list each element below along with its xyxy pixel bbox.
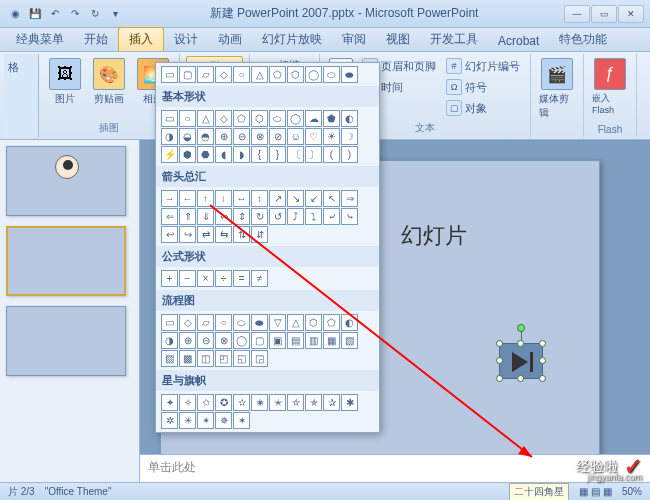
shape-option[interactable]: ⤴ [287, 208, 304, 225]
shape-option[interactable]: ✪ [215, 394, 232, 411]
shape-option[interactable]: ⬬ [341, 66, 358, 83]
shape-option[interactable]: ☽ [341, 128, 358, 145]
resize-handle-e[interactable] [539, 357, 546, 364]
shape-option[interactable]: → [161, 190, 178, 207]
shape-option[interactable]: ◓ [197, 128, 214, 145]
shape-option[interactable]: ◲ [251, 350, 268, 367]
shape-option[interactable]: ⇄ [197, 226, 214, 243]
shape-option[interactable]: ◇ [215, 66, 232, 83]
shape-option[interactable]: ▥ [305, 332, 322, 349]
shape-option[interactable]: − [179, 270, 196, 287]
shape-option[interactable]: △ [197, 110, 214, 127]
shape-option[interactable]: ↑ [197, 190, 214, 207]
shape-option[interactable]: ⬡ [251, 110, 268, 127]
office-button[interactable]: ◉ [6, 5, 24, 23]
thumb-slide-2[interactable] [6, 226, 126, 296]
shape-option[interactable]: ⇔ [215, 208, 232, 225]
shape-option[interactable]: ↪ [179, 226, 196, 243]
shape-option[interactable]: ⇐ [161, 208, 178, 225]
shape-option[interactable]: ⬭ [323, 66, 340, 83]
shape-option[interactable]: ♡ [305, 128, 322, 145]
redo-icon[interactable]: ↷ [66, 5, 84, 23]
shape-option[interactable]: ⊗ [251, 128, 268, 145]
thumb-slide-3[interactable] [6, 306, 126, 376]
resize-handle-w[interactable] [496, 357, 503, 364]
shape-option[interactable]: ≠ [251, 270, 268, 287]
minimize-button[interactable]: — [564, 5, 590, 23]
shape-option[interactable]: ○ [215, 314, 232, 331]
shape-option[interactable]: ⬟ [323, 110, 340, 127]
shape-option[interactable]: ◇ [179, 314, 196, 331]
shape-option[interactable]: ⊘ [269, 128, 286, 145]
shape-option[interactable]: ✯ [305, 394, 322, 411]
maximize-button[interactable]: ▭ [591, 5, 617, 23]
shape-option[interactable]: + [161, 270, 178, 287]
shape-option[interactable]: ⤶ [323, 208, 340, 225]
shape-option[interactable]: = [233, 270, 250, 287]
undo-icon[interactable]: ↶ [46, 5, 64, 23]
shape-option[interactable]: ◒ [179, 128, 196, 145]
shape-option[interactable]: ▭ [161, 66, 178, 83]
shape-option[interactable]: ☁ [305, 110, 322, 127]
shape-option[interactable]: ⬡ [305, 314, 322, 331]
shape-option[interactable]: ↺ [269, 208, 286, 225]
shape-option[interactable]: 〕 [305, 146, 322, 163]
slide-number-button[interactable]: # 幻灯片编号 [442, 56, 524, 76]
tab-features[interactable]: 特色功能 [549, 28, 617, 51]
resize-handle-s[interactable] [517, 375, 524, 382]
resize-handle-ne[interactable] [539, 340, 546, 347]
shape-option[interactable]: ↻ [251, 208, 268, 225]
shape-option[interactable]: ◐ [341, 314, 358, 331]
shape-option[interactable]: ☀ [323, 128, 340, 145]
shape-option[interactable]: ▤ [287, 332, 304, 349]
shape-option[interactable]: ⚡ [161, 146, 178, 163]
shape-option[interactable]: { [251, 146, 268, 163]
shape-option[interactable]: ⬠ [269, 66, 286, 83]
shape-option[interactable]: 〔 [287, 146, 304, 163]
shape-option[interactable]: ⬭ [269, 110, 286, 127]
thumbnail-3[interactable] [6, 306, 133, 376]
shape-option[interactable]: ↩ [161, 226, 178, 243]
shape-option[interactable]: ↙ [305, 190, 322, 207]
shape-option[interactable]: ⇕ [233, 208, 250, 225]
shape-option[interactable]: ⊗ [215, 332, 232, 349]
shape-option[interactable]: ⊖ [197, 332, 214, 349]
notes-pane[interactable]: 单击此处 [140, 454, 650, 482]
tab-acrobat[interactable]: Acrobat [488, 31, 549, 51]
shape-option[interactable]: ✵ [215, 412, 232, 429]
shape-option[interactable]: ( [323, 146, 340, 163]
save-icon[interactable]: 💾 [26, 5, 44, 23]
shape-option[interactable]: ✳ [179, 412, 196, 429]
shape-option[interactable]: ◗ [233, 146, 250, 163]
shape-option[interactable]: ⬠ [323, 314, 340, 331]
shape-option[interactable]: ⇅ [233, 226, 250, 243]
shape-option[interactable]: ◑ [161, 128, 178, 145]
shape-option[interactable]: ) [341, 146, 358, 163]
shape-option[interactable]: ✫ [233, 394, 250, 411]
close-button[interactable]: ✕ [618, 5, 644, 23]
shape-option[interactable]: ⇑ [179, 208, 196, 225]
shape-option[interactable]: ⬢ [179, 146, 196, 163]
shape-option[interactable]: ✦ [161, 394, 178, 411]
rotate-handle[interactable] [517, 324, 525, 332]
shape-option[interactable]: ⬣ [197, 146, 214, 163]
shape-option[interactable]: ▱ [197, 66, 214, 83]
symbol-button[interactable]: Ω 符号 [442, 77, 524, 97]
refresh-icon[interactable]: ↻ [86, 5, 104, 23]
tab-view[interactable]: 视图 [376, 28, 420, 51]
shape-option[interactable]: ▽ [269, 314, 286, 331]
shape-option[interactable]: ▭ [161, 110, 178, 127]
qat-more-icon[interactable]: ▾ [106, 5, 124, 23]
view-buttons[interactable]: ▦ ▤ ▦ [579, 486, 612, 497]
shape-option[interactable]: ⊕ [179, 332, 196, 349]
shape-option[interactable]: ↘ [287, 190, 304, 207]
shape-option[interactable]: ◯ [305, 66, 322, 83]
shape-option[interactable]: × [197, 270, 214, 287]
shape-option[interactable]: ⇵ [251, 226, 268, 243]
shape-option[interactable]: ⊕ [215, 128, 232, 145]
shape-option[interactable]: ✧ [179, 394, 196, 411]
shape-option[interactable]: ⤵ [305, 208, 322, 225]
tab-review[interactable]: 审阅 [332, 28, 376, 51]
shape-option[interactable]: ✶ [233, 412, 250, 429]
resize-handle-n[interactable] [517, 340, 524, 347]
